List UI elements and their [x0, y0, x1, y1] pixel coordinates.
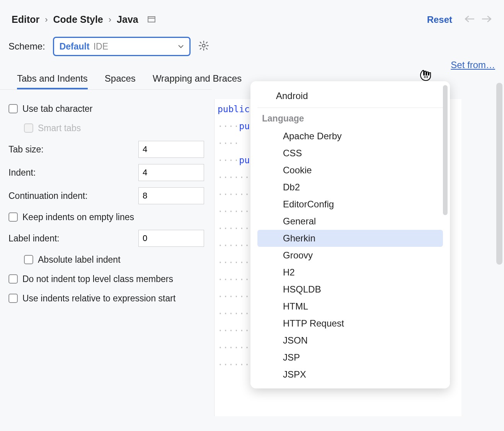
indent-label: Indent:: [9, 168, 36, 178]
dropdown-item-json[interactable]: JSON: [257, 332, 443, 349]
label-indent-input[interactable]: [138, 230, 204, 247]
page-scrollbar[interactable]: [496, 83, 502, 265]
scheme-name: Default: [60, 41, 90, 52]
svg-rect-0: [148, 17, 155, 22]
smart-tabs-label: Smart tabs: [38, 123, 81, 133]
absolute-label-indent-checkbox[interactable]: [24, 255, 33, 264]
dropdown-item-jsp[interactable]: JSP: [257, 349, 443, 366]
set-from-link[interactable]: Set from…: [451, 60, 495, 70]
breadcrumb-code-style[interactable]: Code Style: [53, 14, 103, 25]
relative-expression-start-label: Use indents relative to expression start: [22, 293, 175, 304]
breadcrumb-editor[interactable]: Editor: [12, 14, 39, 25]
back-arrow-icon: [464, 15, 475, 24]
dropdown-item-editorconfig[interactable]: EditorConfig: [257, 196, 443, 213]
breadcrumb: Editor › Code Style › Java: [12, 14, 155, 25]
keep-indents-empty-checkbox[interactable]: [9, 212, 18, 222]
dropdown-item-db2[interactable]: Db2: [257, 179, 443, 196]
dropdown-item-groovy[interactable]: Groovy: [257, 247, 443, 264]
window-icon[interactable]: [148, 16, 155, 23]
tab-size-label: Tab size:: [9, 144, 44, 155]
keep-indents-empty-label: Keep indents on empty lines: [22, 212, 134, 222]
absolute-label-indent-label: Absolute label indent: [38, 255, 121, 265]
dropdown-item-android[interactable]: Android: [257, 87, 443, 108]
smart-tabs-checkbox: [24, 123, 33, 133]
svg-point-2: [202, 44, 205, 47]
scheme-scope: IDE: [94, 41, 108, 52]
dropdown-scrollbar[interactable]: [443, 85, 448, 215]
scheme-select[interactable]: Default IDE: [53, 37, 191, 56]
dropdown-item-jspx[interactable]: JSPX: [257, 366, 443, 383]
scheme-label: Scheme:: [9, 41, 45, 52]
chevron-right-icon: ›: [109, 15, 111, 25]
dropdown-item-h2[interactable]: H2: [257, 264, 443, 281]
dropdown-heading-language: Language: [250, 111, 450, 128]
tab-spaces[interactable]: Spaces: [105, 73, 136, 89]
use-tab-character-checkbox[interactable]: [9, 104, 18, 113]
dropdown-item-http-request[interactable]: HTTP Request: [257, 315, 443, 332]
dropdown-item-general[interactable]: General: [257, 213, 443, 230]
set-from-dropdown: Android Language Apache Derby CSS Cookie…: [250, 81, 450, 388]
indent-input[interactable]: [138, 164, 204, 181]
chevron-down-icon: [178, 43, 184, 50]
gear-icon[interactable]: [198, 40, 209, 53]
continuation-indent-input[interactable]: [138, 187, 204, 204]
reset-button[interactable]: Reset: [427, 14, 452, 25]
forward-arrow-icon: [482, 15, 492, 24]
dropdown-item-html[interactable]: HTML: [257, 298, 443, 315]
no-indent-top-level-label: Do not indent top level class members: [22, 274, 173, 284]
dropdown-item-css[interactable]: CSS: [257, 145, 443, 162]
tab-wrapping-and-braces[interactable]: Wrapping and Braces: [153, 73, 242, 89]
relative-expression-start-checkbox[interactable]: [9, 294, 18, 303]
use-tab-character-label: Use tab character: [22, 104, 93, 114]
dropdown-item-hsqldb[interactable]: HSQLDB: [257, 281, 443, 298]
code-keyword: public: [218, 104, 250, 114]
continuation-indent-label: Continuation indent:: [9, 191, 88, 201]
label-indent-label: Label indent:: [9, 233, 60, 244]
tab-size-input[interactable]: [138, 141, 204, 158]
breadcrumb-java[interactable]: Java: [117, 14, 138, 25]
no-indent-top-level-checkbox[interactable]: [9, 274, 18, 284]
dropdown-item-apache-derby[interactable]: Apache Derby: [257, 128, 443, 145]
dropdown-item-gherkin[interactable]: Gherkin: [257, 230, 443, 247]
chevron-right-icon: ›: [45, 15, 48, 25]
tab-tabs-and-indents[interactable]: Tabs and Indents: [17, 73, 88, 89]
dropdown-item-cookie[interactable]: Cookie: [257, 162, 443, 179]
